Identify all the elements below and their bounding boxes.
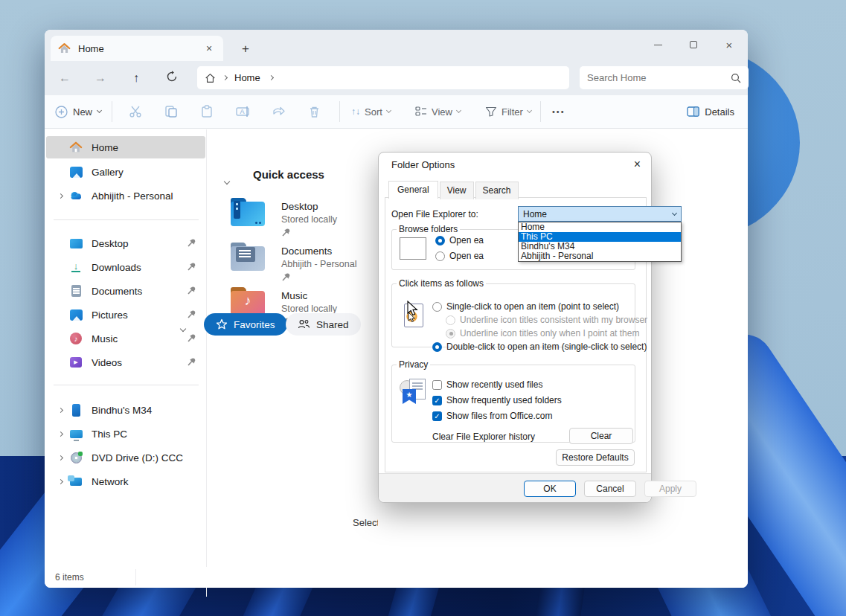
ok-button[interactable]: OK [524,481,576,497]
favorites-label: Favorites [234,319,275,330]
delete-button[interactable] [305,103,323,121]
sidebar-item-onedrive[interactable]: Abhijith - Personal [46,185,205,207]
double-click-option[interactable]: Double-click to open an item (single-cli… [432,341,647,352]
expander-chevron-icon[interactable] [52,480,68,484]
address-bar[interactable]: Home [197,66,569,89]
show-frequent-folders-checkbox[interactable]: ✓ Show frequently used folders [432,395,562,405]
sidebar-item-network[interactable]: Network [46,470,205,493]
more-options-button[interactable]: ••• [552,107,565,116]
expander-chevron-icon[interactable] [52,408,68,412]
expander-chevron-icon[interactable] [52,432,68,436]
sidebar-item-desktop[interactable]: Desktop [46,232,205,254]
item-name[interactable]: Desktop [281,201,337,212]
pin-icon [281,272,291,282]
dvd-drive-icon [68,450,83,465]
quick-access-item-desktop[interactable] [231,198,265,226]
sidebar-item-downloads[interactable]: ↓ Downloads [46,256,205,278]
sidebar-item-label: Videos [92,357,122,368]
privacy-legend: Privacy [397,359,430,370]
maximize-button[interactable] [682,36,705,54]
radio-unchecked-icon[interactable] [432,302,442,312]
details-pane-button[interactable]: Details [687,106,734,118]
clear-button[interactable]: Clear [569,428,633,444]
quick-access-collapse-icon[interactable] [225,173,229,187]
share-button[interactable] [269,103,287,121]
filter-button[interactable]: Filter [485,106,531,118]
cancel-button[interactable]: Cancel [584,481,636,497]
item-name[interactable]: Documents [281,246,356,257]
copy-button[interactable] [162,103,180,121]
tab-view[interactable]: View [440,182,474,199]
rename-button[interactable]: A [234,103,251,121]
checkbox-checked-icon[interactable]: ✓ [432,411,442,421]
sidebar-item-label: Music [92,333,118,344]
sidebar-item-gallery[interactable]: Gallery [46,161,205,183]
sidebar-item-dvd-drive[interactable]: DVD Drive (D:) CCC [46,446,205,469]
caption-buttons: × [647,34,740,55]
apply-button[interactable]: Apply [644,481,696,497]
dialog-close-icon[interactable]: × [634,158,641,171]
sidebar-item-this-pc[interactable]: This PC [46,423,205,445]
breadcrumb-home[interactable]: Home [234,72,260,83]
search-input[interactable] [587,72,731,83]
onedrive-cloud-icon [68,188,83,203]
back-button[interactable]: ← [55,71,74,85]
checkbox-checked-icon[interactable]: ✓ [432,396,442,405]
filter-label: Filter [501,106,523,118]
sort-button[interactable]: ↑↓ Sort [351,106,391,118]
breadcrumb-chevron-icon[interactable] [269,75,274,80]
refresh-button[interactable] [162,71,182,86]
dropdown-option-onedrive[interactable]: Abhijith - Personal [519,251,681,261]
plus-circle-icon [55,106,68,118]
share-icon [272,105,286,118]
copy-icon [164,105,178,118]
paste-button[interactable] [198,103,216,121]
cut-button[interactable] [126,103,144,121]
favorites-section-button[interactable]: Favorites [204,313,287,336]
forward-button[interactable]: → [91,71,110,85]
minimize-button[interactable] [647,36,669,54]
new-button[interactable]: New [55,106,101,118]
shared-section-button[interactable]: Shared [286,313,361,336]
breadcrumb-chevron-icon[interactable] [222,75,228,80]
new-tab-button[interactable]: + [237,40,254,58]
view-button[interactable]: View [415,106,461,118]
explorer-tab-home[interactable]: Home × [51,36,223,61]
item-name[interactable]: Music [281,290,337,301]
sidebar-item-home[interactable]: Home [46,136,205,158]
sidebar-item-label: Bindhu's M34 [92,405,152,416]
tab-general[interactable]: General [388,181,438,199]
browse-radio-own-window[interactable]: Open ea [435,251,484,261]
checkbox-unchecked-icon[interactable] [432,380,442,390]
command-toolbar: New A [45,95,748,129]
sidebar-item-phone[interactable]: Bindhu's M34 [46,399,205,421]
close-window-button[interactable]: × [718,36,740,54]
show-recent-files-checkbox[interactable]: Show recently used files [432,379,542,390]
expander-chevron-icon[interactable] [52,194,68,198]
quick-access-item-documents[interactable] [231,243,265,271]
pictures-icon [68,307,83,322]
single-click-option[interactable]: Single-click to open an item (point to s… [432,301,619,312]
sort-icon: ↑↓ [351,106,360,117]
radio-disabled-selected-icon [446,329,455,339]
radio-checked-icon[interactable] [432,342,442,352]
open-to-combobox[interactable]: Home [518,206,682,222]
tab-search[interactable]: Search [475,182,519,199]
radio-unchecked-icon[interactable] [435,251,445,261]
sidebar-item-documents[interactable]: Documents [46,280,205,302]
network-icon [68,474,83,489]
up-button[interactable]: ↑ [126,71,146,85]
radio-checked-icon[interactable] [435,236,445,246]
people-icon [298,319,310,330]
chevron-down-icon [672,210,677,215]
sidebar-item-videos[interactable]: ▶ Videos [46,351,205,373]
view-label: View [432,106,452,118]
restore-defaults-button[interactable]: Restore Defaults [556,449,635,466]
show-office-files-checkbox[interactable]: ✓ Show files from Office.com [432,411,553,421]
browse-radio-same-window[interactable]: Open ea [435,235,484,246]
search-box[interactable] [580,66,749,89]
favorites-collapse-icon[interactable] [181,321,185,334]
expander-chevron-icon[interactable] [52,456,68,460]
quick-access-item-music[interactable]: ♪ [231,287,265,315]
tab-close-icon[interactable]: × [202,42,216,54]
